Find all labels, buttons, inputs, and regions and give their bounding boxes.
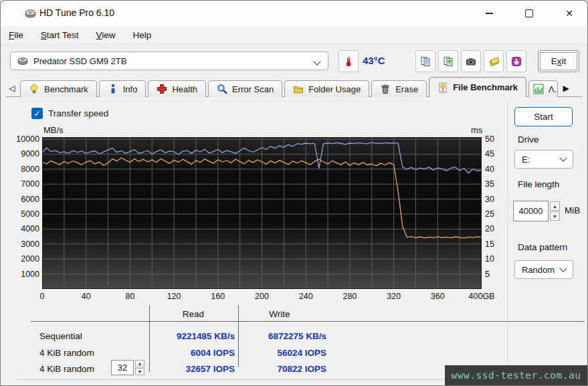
copy-image-button[interactable]: [438, 50, 458, 72]
save-image-button[interactable]: [484, 50, 504, 72]
minimize-icon: [486, 13, 493, 14]
menu-start-test[interactable]: Start Test: [41, 30, 79, 40]
x-tick: 160: [203, 291, 233, 302]
y-right-tick: 50: [485, 134, 505, 144]
drive-letter-combo[interactable]: E:: [514, 150, 573, 169]
capture-button[interactable]: [506, 50, 526, 72]
y-right-tick: 10: [485, 254, 505, 264]
watermark: www.ssd-tester.com.au: [445, 365, 587, 385]
copy-text-button[interactable]: [415, 50, 435, 72]
magnifier-icon: [217, 84, 227, 94]
menu-file[interactable]: File: [9, 30, 23, 40]
read-column-header: Read: [157, 309, 230, 319]
temperature-value: 43°C: [363, 55, 385, 66]
tab-benchmark[interactable]: Benchmark: [20, 80, 97, 97]
bulb-icon: [29, 84, 39, 94]
camera-icon: [466, 56, 476, 67]
x-tick: 320: [379, 291, 409, 302]
drive-select-combo[interactable]: Predator SSD GM9 2TB: [10, 52, 328, 70]
transfer-speed-checkbox[interactable]: ✓: [31, 108, 43, 119]
start-button[interactable]: Start: [514, 107, 573, 126]
tab-error-scan[interactable]: Error Scan: [208, 80, 282, 97]
y-left-tick: 5000: [14, 209, 39, 219]
menu-bar: File Start Test View Help: [1, 26, 587, 45]
x-tick: 80: [115, 291, 144, 302]
y-left-tick: 2000: [14, 254, 39, 264]
file-length-input[interactable]: 40000: [513, 201, 549, 221]
random-qd-write-value: 70822 IOPS: [219, 364, 326, 374]
x-tick: 280: [335, 291, 365, 302]
y-left-tick: 7000: [14, 179, 39, 189]
random-qd-read-value: 32657 IOPS: [128, 364, 235, 374]
random-read-value: 6004 IOPS: [128, 348, 235, 358]
tab-info[interactable]: Info: [99, 80, 146, 97]
panel-divider: [507, 101, 508, 375]
y-left-tick: 8000: [14, 164, 39, 175]
y-right-tick: 15: [485, 239, 505, 250]
row-label-4kib-random: 4 KiB random: [39, 348, 94, 358]
x-tick: 0: [27, 291, 57, 302]
transfer-speed-label: Transfer speed: [48, 108, 108, 118]
x-tick: 240: [291, 291, 320, 302]
data-pattern-label: Data pattern: [518, 242, 567, 252]
maximize-button[interactable]: [514, 3, 545, 23]
tab-overflow[interactable]: Λ.: [528, 80, 558, 97]
y-left-tick: 6000: [14, 194, 39, 205]
tab-scroll-left-button[interactable]: ◁: [6, 81, 18, 96]
exit-button[interactable]: Exit: [538, 50, 579, 72]
y-left-axis-unit: MB/s: [43, 125, 64, 135]
toolbar: Predator SSD GM9 2TB 43°C: [1, 45, 587, 77]
tab-health[interactable]: Health: [148, 80, 206, 97]
drive-label: Drive: [518, 134, 539, 144]
y-right-tick: 30: [485, 194, 505, 205]
y-right-tick: 5: [485, 269, 505, 280]
drive-disk-icon: [17, 57, 28, 65]
capture-download-icon: [511, 56, 522, 67]
tab-file-benchmark[interactable]: File Benchmark: [429, 77, 526, 97]
y-left-tick: 4000: [14, 223, 39, 234]
tab-erase[interactable]: Erase: [371, 80, 427, 97]
x-end-tick: 400GB: [463, 291, 500, 302]
hd-tune-window: HD Tune Pro 6.10 ✕ File Start Test View …: [0, 0, 588, 386]
tab-scroll-right-button[interactable]: ▶: [560, 81, 572, 96]
chevron-down-icon: [559, 264, 567, 272]
transfer-speed-chart: [42, 137, 482, 289]
save-image-icon: [488, 56, 499, 67]
tab-folder-usage[interactable]: Folder Usage: [284, 80, 369, 97]
screenshot-button[interactable]: [461, 50, 481, 72]
y-right-tick: 40: [485, 164, 505, 175]
data-pattern-combo[interactable]: Random: [514, 260, 573, 279]
file-length-up-button[interactable]: ▲: [550, 201, 560, 211]
folder-icon: [293, 84, 304, 94]
x-tick: 360: [423, 291, 452, 302]
copy-image-icon: [443, 56, 454, 67]
y-left-tick: 9000: [14, 149, 39, 159]
close-button[interactable]: ✕: [554, 3, 585, 23]
y-right-tick: 20: [485, 223, 505, 234]
table-header-rule: [31, 321, 585, 322]
menu-help[interactable]: Help: [133, 30, 152, 40]
file-length-label: File length: [518, 179, 559, 189]
x-tick: 200: [248, 291, 277, 302]
close-icon: ✕: [565, 9, 573, 18]
file-bulb-icon: [437, 82, 448, 93]
menu-view[interactable]: View: [96, 30, 116, 40]
x-tick: 40: [72, 291, 101, 302]
chevron-down-icon: [313, 58, 320, 65]
write-column-header: Write: [243, 309, 316, 319]
chevron-down-icon: [559, 154, 567, 161]
window-title: HD Tune Pro 6.10: [39, 7, 114, 18]
file-length-down-button[interactable]: ▼: [550, 211, 560, 221]
trash-icon: [380, 84, 391, 94]
info-icon: [108, 84, 118, 94]
temperature-button[interactable]: [338, 50, 359, 72]
maximize-icon: [525, 9, 533, 17]
title-bar: HD Tune Pro 6.10 ✕: [1, 1, 587, 26]
file-length-unit: MiB: [565, 205, 580, 215]
drive-select-value: Predator SSD GM9 2TB: [33, 56, 126, 66]
tab-bar: ◁ Benchmark Info Health: [6, 77, 582, 97]
thermometer-icon: [343, 56, 354, 67]
app-disk-icon: [25, 9, 36, 18]
row-label-sequential: Sequential: [39, 331, 82, 341]
minimize-button[interactable]: [474, 3, 504, 23]
